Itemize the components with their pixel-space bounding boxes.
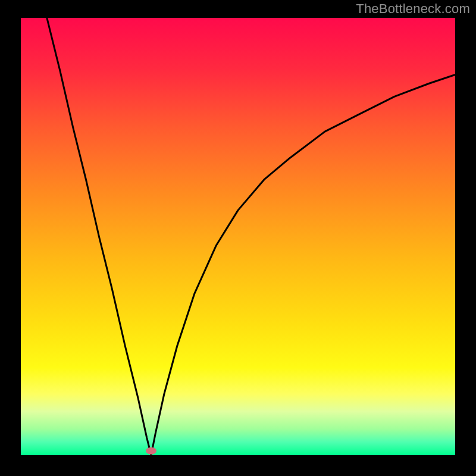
gradient-background [21, 18, 455, 455]
chart-svg [21, 18, 455, 455]
minimum-marker [146, 447, 156, 455]
minimum-point-marker [146, 447, 156, 455]
chart-frame: TheBottleneck.com [0, 0, 476, 476]
watermark-text: TheBottleneck.com [356, 1, 470, 17]
plot-area [21, 18, 455, 455]
